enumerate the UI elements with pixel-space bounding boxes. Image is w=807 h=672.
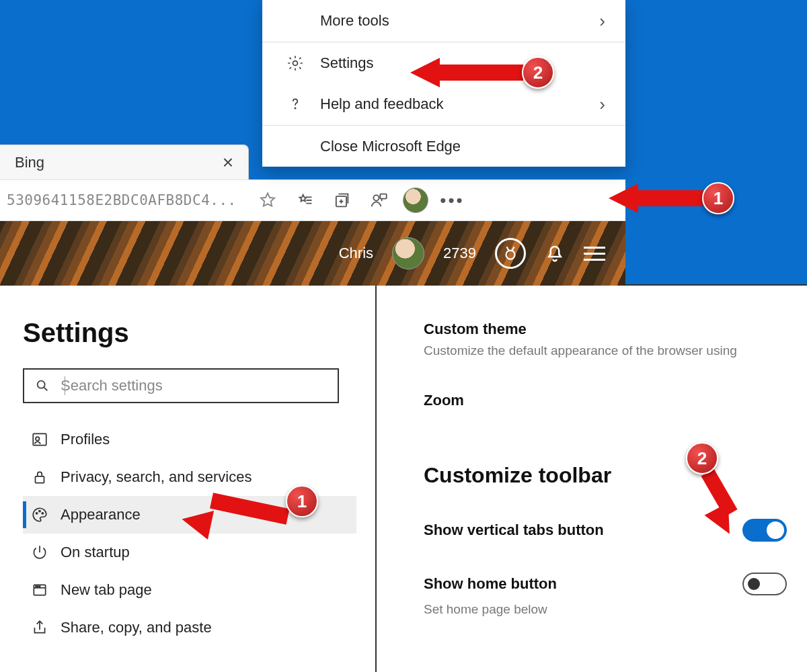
- menu-label: More tools: [320, 12, 389, 30]
- nav-label: On startup: [61, 544, 130, 561]
- nav-label: Share, copy, and paste: [61, 619, 212, 636]
- favorite-star-outline-icon[interactable]: [249, 180, 286, 220]
- svg-point-11: [39, 511, 40, 512]
- annotation-badge-2: 2: [686, 442, 718, 474]
- option-label: Show vertical tabs button: [424, 521, 604, 539]
- annotation-arrow-shaft: [437, 65, 523, 81]
- annotation-badge-1: 1: [286, 485, 318, 517]
- browser-menu-dropdown: More tools › Settings Help and feedback …: [262, 0, 625, 167]
- menu-item-more-tools[interactable]: More tools ›: [262, 0, 625, 42]
- svg-point-4: [293, 60, 298, 65]
- toggle-show-vertical-tabs[interactable]: [742, 519, 787, 542]
- svg-point-12: [42, 513, 43, 514]
- custom-theme-label: Custom theme: [424, 321, 787, 338]
- svg-rect-2: [380, 194, 386, 199]
- user-avatar[interactable]: [392, 237, 424, 269]
- menu-item-help-feedback[interactable]: Help and feedback ›: [262, 83, 625, 125]
- menu-label: Close Microsoft Edge: [320, 138, 461, 155]
- custom-theme-desc: Customize the default appearance of the …: [424, 343, 787, 358]
- question-icon: [286, 95, 320, 113]
- annotation-arrow-head: [179, 505, 214, 540]
- tab-title: Bing: [15, 154, 44, 171]
- customize-toolbar-heading: Customize toolbar: [424, 463, 787, 488]
- nav-item-profiles[interactable]: Profiles: [23, 421, 356, 458]
- settings-title: Settings: [23, 318, 356, 348]
- browser-screenshot: Bing × 5309641158E2BDC0AFB8DC4... ••• Ch…: [0, 0, 807, 286]
- menu-item-close-edge[interactable]: Close Microsoft Edge: [262, 125, 625, 167]
- svg-point-8: [36, 437, 39, 440]
- hamburger-menu-icon[interactable]: [584, 247, 605, 261]
- svg-point-3: [506, 251, 515, 259]
- annotation-arrow-head: [410, 58, 440, 87]
- annotation-arrow-head: [609, 183, 638, 213]
- svg-rect-9: [36, 476, 44, 483]
- menu-label: Settings: [320, 54, 374, 72]
- lock-icon: [31, 468, 48, 486]
- rewards-points: 2739: [443, 245, 476, 262]
- menu-label: Help and feedback: [320, 95, 443, 113]
- nav-label: Privacy, search, and services: [61, 468, 252, 486]
- more-menu-button[interactable]: •••: [434, 180, 471, 220]
- settings-sidebar: Settings Search settings Profiles Privac…: [0, 286, 377, 672]
- rewards-medal-icon[interactable]: [495, 238, 526, 269]
- palette-icon: [31, 506, 48, 523]
- user-name: Chris: [339, 245, 373, 262]
- zoom-label: Zoom: [424, 392, 787, 409]
- chevron-right-icon: ›: [599, 11, 605, 32]
- chevron-right-icon: ›: [599, 94, 605, 115]
- annotation-badge-1: 1: [702, 182, 734, 214]
- toggle-show-home-button[interactable]: [742, 573, 787, 595]
- nav-item-share-copy-paste[interactable]: Share, copy, and paste: [23, 609, 356, 646]
- svg-point-16: [39, 586, 40, 587]
- gear-icon: [286, 54, 320, 72]
- favorites-list-icon[interactable]: [286, 180, 323, 220]
- option-label: Show home button: [424, 575, 557, 593]
- power-icon: [31, 544, 48, 561]
- bing-header-banner: Chris 2739: [0, 221, 625, 286]
- feedback-person-icon[interactable]: [360, 180, 397, 220]
- new-tab-icon: [31, 581, 48, 599]
- search-icon: [35, 378, 50, 393]
- nav-label: Appearance: [61, 506, 141, 523]
- notifications-bell-icon[interactable]: [545, 243, 565, 263]
- address-bar-fragment[interactable]: 5309641158E2BDC0AFB8DC4...: [0, 192, 249, 208]
- close-tab-icon[interactable]: ×: [223, 152, 233, 173]
- svg-point-10: [36, 513, 38, 514]
- share-icon: [31, 619, 48, 636]
- settings-content: Custom theme Customize the default appea…: [377, 286, 807, 672]
- svg-point-1: [373, 195, 379, 200]
- nav-item-new-tab-page[interactable]: New tab page: [23, 571, 356, 609]
- annotation-badge-2: 2: [522, 56, 554, 89]
- search-placeholder: Search settings: [61, 377, 163, 394]
- collections-icon[interactable]: [323, 180, 360, 220]
- svg-point-6: [38, 381, 45, 388]
- browser-tab[interactable]: Bing ×: [0, 144, 249, 179]
- nav-item-on-startup[interactable]: On startup: [23, 534, 356, 571]
- svg-point-5: [295, 108, 295, 108]
- home-button-subtext: Set home page below: [424, 602, 787, 617]
- annotation-arrow-shaft: [636, 190, 703, 206]
- profile-avatar-icon[interactable]: [397, 180, 434, 220]
- profile-card-icon: [31, 431, 48, 448]
- nav-label: Profiles: [61, 431, 110, 448]
- svg-point-14: [36, 586, 37, 587]
- nav-label: New tab page: [61, 581, 152, 599]
- search-settings-input[interactable]: Search settings: [23, 368, 339, 403]
- settings-screenshot: Settings Search settings Profiles Privac…: [0, 286, 807, 672]
- browser-toolbar: 5309641158E2BDC0AFB8DC4... •••: [0, 179, 625, 221]
- svg-point-15: [38, 586, 39, 587]
- option-show-home-button: Show home button: [424, 573, 787, 595]
